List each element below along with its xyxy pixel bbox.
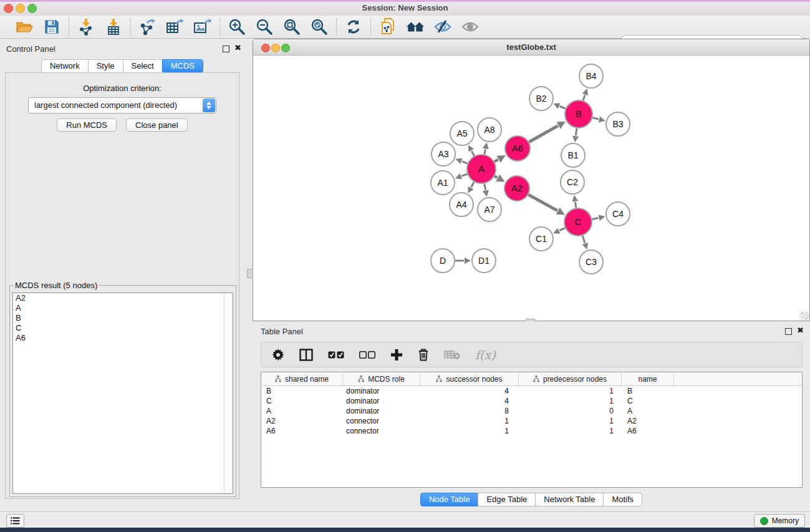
column-header-MCDS-role[interactable]: MCDS role <box>343 372 420 385</box>
tab-edge-table[interactable]: Edge Table <box>478 493 536 506</box>
edge-C-C1[interactable] <box>559 228 565 231</box>
table-row[interactable]: Adominator80A <box>261 406 802 416</box>
zoom-fit-icon[interactable] <box>282 17 301 36</box>
edge-C-C4[interactable] <box>592 218 599 219</box>
hide-graphics-details-icon[interactable] <box>433 17 452 36</box>
mcds-result-list[interactable]: A2ABCA6 <box>12 293 233 494</box>
settings-gear-icon[interactable] <box>272 347 284 362</box>
edge-A-A8[interactable] <box>485 149 486 154</box>
result-item[interactable]: A2 <box>13 293 233 303</box>
edge-A-A4[interactable] <box>471 182 475 187</box>
open-session-icon[interactable] <box>15 17 34 36</box>
tab-node-table[interactable]: Node Table <box>420 493 479 506</box>
duplicate-network-icon[interactable] <box>378 17 397 36</box>
table-row[interactable]: Cdominator41C <box>261 396 802 406</box>
edge-A-A2[interactable] <box>494 176 497 177</box>
resize-grip[interactable] <box>801 312 809 320</box>
export-image-icon[interactable] <box>193 17 212 36</box>
vertical-splitter-handle[interactable] <box>247 269 253 278</box>
node-C4[interactable]: C4 <box>606 202 630 226</box>
criterion-select[interactable]: largest connected component (directed) <box>28 97 216 114</box>
table-row[interactable]: Bdominator41B <box>261 386 802 396</box>
run-mcds-button[interactable]: Run MCDS <box>57 118 117 132</box>
column-header-successor-nodes[interactable]: successor nodes <box>420 372 519 385</box>
node-A[interactable]: A <box>467 155 496 183</box>
node-A7[interactable]: A7 <box>478 198 501 221</box>
task-history-button[interactable] <box>6 514 24 528</box>
float-table-panel-icon[interactable] <box>785 328 792 335</box>
network-canvas[interactable]: AA1A2A3A4A5A6A7A8BB1B2B3B4CC1C2C3C4DD1 <box>253 56 809 321</box>
edge-A-A7[interactable] <box>485 184 486 190</box>
export-table-icon[interactable] <box>166 17 185 36</box>
import-network-icon[interactable] <box>77 17 95 36</box>
node-B[interactable]: B <box>565 100 592 128</box>
delete-column-icon[interactable] <box>418 347 429 362</box>
column-header-shared-name[interactable]: shared name <box>261 372 343 385</box>
column-layout-icon[interactable] <box>299 347 313 362</box>
refresh-icon[interactable] <box>344 17 363 36</box>
tab-mcds[interactable]: MCDS <box>162 59 203 73</box>
select-all-checkboxes-icon[interactable] <box>328 347 344 362</box>
edge-A2-C[interactable] <box>528 195 557 211</box>
table-row[interactable]: A6connector11A6 <box>261 426 802 436</box>
zoom-selected-icon[interactable] <box>310 17 329 36</box>
edge-A-A1[interactable] <box>461 174 467 176</box>
edge-A-A6[interactable] <box>494 160 498 162</box>
edge-B-B4[interactable] <box>583 95 585 100</box>
edge-A-A3[interactable] <box>462 162 468 163</box>
result-item[interactable]: A6 <box>13 333 233 343</box>
close-panel-button[interactable]: Close panel <box>126 118 188 132</box>
close-panel-icon[interactable]: ✖ <box>234 43 241 52</box>
result-item[interactable]: A <box>13 303 233 313</box>
zoom-in-icon[interactable] <box>228 17 246 36</box>
node-A6[interactable]: A6 <box>505 136 530 161</box>
tab-network-table[interactable]: Network Table <box>535 493 604 506</box>
edge-A6-B[interactable] <box>529 126 558 142</box>
node-B1[interactable]: B1 <box>561 143 585 167</box>
node-C[interactable]: C <box>564 208 592 236</box>
home-icon[interactable] <box>406 17 425 36</box>
table-row[interactable]: A2connector11A2 <box>261 416 802 426</box>
node-A2[interactable]: A2 <box>504 176 529 201</box>
node-A4[interactable]: A4 <box>450 193 473 216</box>
node-C3[interactable]: C3 <box>579 250 603 274</box>
edge-B-B2[interactable] <box>560 106 566 109</box>
import-table-icon[interactable] <box>104 17 123 36</box>
function-builder-icon[interactable]: f(x) <box>475 347 496 362</box>
tab-network[interactable]: Network <box>41 59 89 73</box>
node-A3[interactable]: A3 <box>432 142 455 166</box>
export-network-icon[interactable] <box>138 17 157 36</box>
edge-C-C2[interactable] <box>575 202 576 208</box>
node-C1[interactable]: C1 <box>529 227 553 251</box>
result-item[interactable]: C <box>13 323 233 333</box>
tab-style[interactable]: Style <box>88 59 123 73</box>
column-header-predecessor-nodes[interactable]: predecessor nodes <box>519 372 622 385</box>
edge-B-B3[interactable] <box>592 118 599 119</box>
memory-button[interactable]: Memory <box>754 514 805 528</box>
node-B3[interactable]: B3 <box>606 112 630 136</box>
show-graphics-details-icon[interactable] <box>461 17 480 36</box>
add-column-icon[interactable] <box>390 347 403 362</box>
edge-C-C3[interactable] <box>582 236 585 243</box>
node-D[interactable]: D <box>431 249 455 273</box>
save-session-icon[interactable] <box>42 17 61 36</box>
column-header-name[interactable]: name <box>622 372 674 385</box>
zoom-out-icon[interactable] <box>255 17 274 36</box>
network-window-titlebar[interactable]: testGlobe.txt <box>253 39 809 56</box>
node-table-header[interactable]: shared nameMCDS rolesuccessor nodesprede… <box>261 372 802 386</box>
node-A5[interactable]: A5 <box>450 122 474 145</box>
tab-motifs[interactable]: Motifs <box>603 493 642 506</box>
node-A1[interactable]: A1 <box>431 171 455 195</box>
node-D1[interactable]: D1 <box>472 249 496 273</box>
delete-table-icon[interactable] <box>444 347 460 362</box>
node-A8[interactable]: A8 <box>478 118 501 142</box>
close-table-panel-icon[interactable]: ✖ <box>797 326 804 335</box>
node-B4[interactable]: B4 <box>579 64 603 88</box>
edge-B-B1[interactable] <box>576 128 577 136</box>
deselect-all-checkboxes-icon[interactable] <box>359 347 375 362</box>
edge-A-A5[interactable] <box>471 151 474 156</box>
node-C2[interactable]: C2 <box>561 170 584 194</box>
float-panel-icon[interactable] <box>223 46 229 52</box>
node-table[interactable]: shared nameMCDS rolesuccessor nodesprede… <box>261 372 803 488</box>
node-B2[interactable]: B2 <box>529 87 553 110</box>
